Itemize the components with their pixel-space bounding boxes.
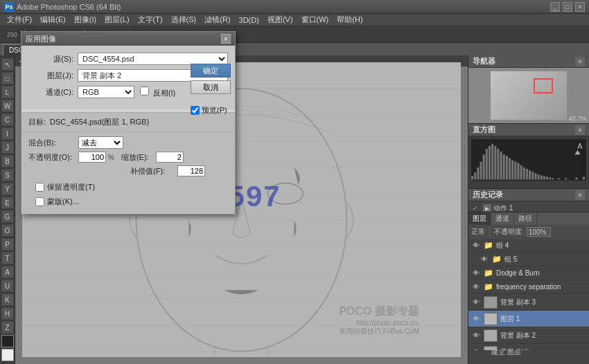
opacity-input[interactable] — [527, 227, 551, 237]
history-menu-icon[interactable]: ≡ — [575, 190, 585, 200]
dialog-preserve-trans-checkbox[interactable] — [35, 183, 44, 192]
dialog-blend-row: 混合(B): 减去 — [28, 136, 228, 149]
dialog-opacity-input[interactable] — [78, 152, 106, 163]
svg-text:A: A — [578, 143, 583, 150]
layer-eye-icon[interactable]: 👁 — [471, 314, 481, 324]
layer-eye-icon[interactable]: 👁 — [480, 255, 489, 264]
navigator-content[interactable]: 42.7% — [468, 68, 589, 123]
layers-list: 👁 📁 组 4 👁 📁 组 5 👁 📁 Dodge & Burn 👁 📁 fre… — [468, 239, 589, 350]
navigator-thumbnail[interactable] — [491, 71, 567, 120]
menu-item-dd[interactable]: 3D(D) — [235, 14, 263, 26]
dialog-title-bar[interactable]: 应用图像 × — [21, 32, 235, 46]
move-tool[interactable]: ↖ — [1, 58, 14, 71]
layer-eye-icon[interactable]: 👁 — [471, 331, 481, 340]
3d-tool[interactable]: K — [1, 293, 14, 306]
history-check: ✓ — [473, 205, 481, 212]
background-color[interactable] — [1, 349, 14, 361]
svg-rect-47 — [552, 178, 554, 179]
dialog-mask-label: 蒙版(K)... — [47, 197, 79, 207]
path-selection-tool[interactable]: A — [1, 266, 14, 278]
menu-item-e[interactable]: 编辑(E) — [36, 14, 70, 26]
eyedropper-tool[interactable]: I — [1, 127, 14, 140]
dialog-cancel-button[interactable]: 取消 — [191, 80, 231, 94]
pen-tool[interactable]: P — [1, 238, 14, 251]
layer-group-5[interactable]: 👁 📁 组 5 — [468, 253, 589, 266]
hand-tool[interactable]: H — [1, 307, 14, 320]
layer-group-freq-sep[interactable]: 👁 📁 frequency separation — [468, 280, 589, 294]
menu-item-h[interactable]: 帮助(H) — [333, 14, 367, 26]
menu-item-t[interactable]: 文字(T) — [134, 14, 167, 26]
dialog-close-button[interactable]: × — [221, 34, 231, 44]
layer-eye-icon[interactable]: 👁 — [471, 347, 481, 351]
navigator-icons[interactable]: ≡ — [575, 57, 585, 66]
menu-item-w[interactable]: 窗口(W) — [297, 14, 333, 26]
dialog-opacity-unit: % — [108, 154, 114, 161]
layer-folder-icon: 📁 — [492, 255, 502, 264]
shape-tool[interactable]: U — [1, 280, 14, 292]
layer-eye-icon[interactable]: 👁 — [471, 298, 481, 307]
dialog-ok-button[interactable]: 确定 — [191, 64, 231, 78]
maximize-button[interactable]: □ — [563, 2, 572, 12]
svg-rect-27 — [494, 146, 496, 180]
marquee-tool[interactable]: □ — [1, 72, 14, 84]
layer-bg-copy2[interactable]: 👁 背景 副本 2 — [468, 327, 589, 344]
menu-item-s[interactable]: 选择(S) — [167, 14, 201, 26]
dialog-preview-checkbox[interactable] — [191, 106, 200, 115]
dialog-offset-input[interactable] — [177, 165, 205, 176]
dialog-channel-select[interactable]: RGB — [78, 86, 134, 98]
dialog-layer-label: 图层(J): — [28, 71, 73, 81]
text-tool[interactable]: T — [1, 252, 14, 264]
history-brush-tool[interactable]: Y — [1, 183, 14, 195]
svg-rect-41 — [534, 173, 536, 179]
history-icons[interactable]: ≡ — [575, 190, 585, 200]
zoom-tool[interactable]: Z — [1, 321, 14, 334]
minimize-button[interactable]: _ — [550, 2, 560, 12]
dialog-preview-label: 预览(P) — [202, 105, 227, 116]
dialog-scale-input[interactable] — [156, 152, 184, 163]
dodge-tool[interactable]: O — [1, 224, 14, 237]
foreground-color[interactable] — [1, 335, 14, 347]
histogram-header: 直方图 ≡ — [468, 124, 589, 136]
layer-eye-icon[interactable]: 👁 — [471, 269, 481, 278]
tab-paths[interactable]: 路径 — [514, 212, 537, 225]
navigator-menu-icon[interactable]: ≡ — [575, 57, 585, 66]
window-controls[interactable]: _ □ × — [550, 2, 585, 12]
menu-item-v[interactable]: 视图(V) — [263, 14, 297, 26]
gradient-tool[interactable]: G — [1, 210, 14, 223]
menu-item-r[interactable]: 滤镜(R) — [200, 14, 234, 26]
tool-options: 250 — [4, 30, 20, 39]
layer-group-dodge-burn[interactable]: 👁 📁 Dodge & Burn — [468, 266, 589, 280]
eraser-tool[interactable]: E — [1, 197, 14, 209]
svg-rect-19 — [471, 176, 473, 179]
lasso-tool[interactable]: L — [1, 86, 14, 98]
brush-tool[interactable]: B — [1, 155, 14, 167]
layer-thumbnail — [484, 329, 498, 342]
histogram-menu-icon[interactable]: ≡ — [575, 125, 585, 135]
tab-channels[interactable]: 通道 — [491, 212, 514, 225]
layer-1[interactable]: 👁 图层 1 — [468, 311, 589, 327]
layer-eye-icon[interactable]: 👁 — [471, 241, 481, 251]
dialog-title-text: 应用图像 — [26, 34, 56, 44]
layer-group-4[interactable]: 👁 📁 组 4 — [468, 239, 589, 253]
layer-bg-copy3[interactable]: 👁 背景 副本 3 — [468, 294, 589, 311]
tab-layers[interactable]: 图层 — [468, 212, 491, 225]
dialog-invert-checkbox[interactable] — [140, 87, 149, 95]
crop-tool[interactable]: C — [1, 113, 14, 126]
dialog-blend-select[interactable]: 减去 — [78, 136, 123, 149]
close-button[interactable]: × — [575, 2, 585, 12]
menu-item-f[interactable]: 文件(F) — [3, 14, 36, 26]
spot-healing-tool[interactable]: J — [1, 141, 14, 154]
dialog-offset-row: 补偿值(F): — [28, 165, 228, 176]
dialog-mask-checkbox[interactable] — [35, 197, 44, 206]
quick-select-tool[interactable]: W — [1, 100, 14, 112]
layer-freq-sep-name: frequency separation — [496, 283, 586, 291]
layer-1-name: 图层 1 — [500, 314, 586, 324]
layer-bg-copy[interactable]: 👁 背景 副本 — [468, 344, 589, 350]
layer-eye-icon[interactable]: 👁 — [471, 282, 481, 292]
histogram-icons[interactable]: ≡ — [575, 125, 585, 135]
svg-rect-20 — [474, 172, 476, 179]
menu-item-i[interactable]: 图像(I) — [70, 14, 100, 26]
clone-stamp-tool[interactable]: S — [1, 169, 14, 181]
menu-item-l[interactable]: 图层(L) — [100, 14, 133, 26]
svg-rect-36 — [520, 165, 522, 180]
